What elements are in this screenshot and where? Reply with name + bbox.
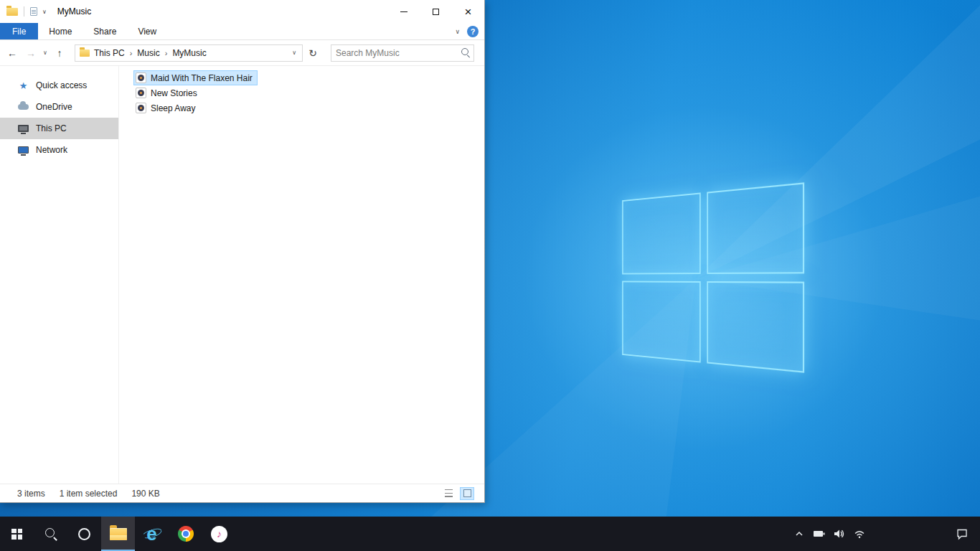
sidebar-item-label: Quick access	[36, 80, 87, 90]
close-button[interactable]: ×	[452, 0, 484, 23]
details-view-icon	[445, 489, 453, 497]
taskbar-search-button[interactable]	[34, 517, 67, 551]
show-hidden-icons-button[interactable]	[789, 517, 809, 551]
taskbar-chrome-button[interactable]	[169, 517, 202, 551]
internet-explorer-icon: e	[142, 524, 162, 544]
windows-logo-pane	[622, 281, 700, 363]
file-explorer-window: ∨ MyMusic × File Home Share View ∨ ?	[0, 0, 485, 503]
sidebar-item-label: Network	[36, 145, 67, 155]
explorer-content: ★ Quick access OneDrive This PC	[0, 66, 484, 484]
chevron-up-icon	[794, 529, 804, 538]
title-bar[interactable]: ∨ MyMusic ×	[0, 0, 484, 23]
maximize-button[interactable]	[420, 0, 452, 23]
tab-home[interactable]: Home	[38, 23, 83, 39]
battery-status-button[interactable]	[809, 517, 829, 551]
qat-properties-icon[interactable]	[30, 7, 37, 16]
breadcrumb-mymusic[interactable]: MyMusic	[168, 47, 210, 60]
window-title: MyMusic	[57, 6, 91, 17]
cortana-icon	[78, 528, 90, 540]
windows-logo	[622, 182, 804, 372]
speaker-icon	[834, 529, 845, 539]
tab-share[interactable]: Share	[83, 23, 127, 39]
action-center-button[interactable]	[947, 517, 977, 551]
details-view-button[interactable]	[441, 487, 456, 500]
status-bar: 3 items 1 item selected 190 KB	[0, 484, 484, 502]
desktop: ∨ MyMusic × File Home Share View ∨ ?	[0, 0, 980, 551]
sidebar-item-onedrive[interactable]: OneDrive	[0, 96, 118, 118]
recent-locations-chevron-icon[interactable]: ∨	[40, 50, 50, 56]
ribbon-tab-bar: File Home Share View ∨ ?	[0, 23, 484, 40]
cortana-button[interactable]	[67, 517, 101, 551]
tray-spacer	[870, 517, 947, 551]
windows-logo-pane	[707, 281, 804, 373]
status-item-count: 3 items	[17, 489, 45, 499]
navigation-bar: ← → ∨ ↑ This PC › Music › MyMusic ∨ ↻	[0, 40, 484, 66]
search-icon[interactable]	[458, 45, 473, 61]
network-status-button[interactable]	[849, 517, 870, 551]
file-name: Sleep Away	[151, 103, 196, 113]
action-center-icon	[956, 528, 969, 540]
breadcrumb-this-pc[interactable]: This PC	[90, 47, 129, 60]
navigation-pane: ★ Quick access OneDrive This PC	[0, 66, 119, 484]
search-icon	[44, 527, 58, 541]
large-icons-view-icon	[463, 489, 471, 497]
music-file-icon	[136, 103, 146, 113]
file-explorer-icon	[110, 528, 127, 540]
taskbar-internet-explorer-button[interactable]: e	[135, 517, 169, 551]
battery-icon	[813, 529, 826, 538]
file-name: Maid With The Flaxen Hair	[151, 73, 253, 83]
qat-divider	[24, 6, 24, 17]
back-button[interactable]: ←	[3, 44, 22, 62]
taskbar-itunes-button[interactable]: ♪	[202, 517, 236, 551]
refresh-button[interactable]: ↻	[304, 44, 321, 62]
windows-start-icon	[11, 529, 22, 540]
search-input[interactable]	[331, 48, 458, 58]
search-box	[331, 44, 474, 62]
minimize-button[interactable]	[387, 0, 420, 23]
sidebar-item-network[interactable]: Network	[0, 139, 118, 161]
file-item-maid-with-the-flaxen-hair[interactable]: Maid With The Flaxen Hair	[133, 70, 258, 85]
file-item-new-stories[interactable]: New Stories	[133, 85, 202, 100]
windows-logo-pane	[707, 182, 804, 274]
cloud-icon	[17, 104, 29, 110]
address-folder-icon	[80, 50, 90, 57]
taskbar-file-explorer-button[interactable]	[101, 517, 135, 551]
up-button[interactable]: ↑	[50, 44, 69, 62]
breadcrumb-music[interactable]: Music	[133, 47, 164, 60]
sidebar-item-this-pc[interactable]: This PC	[0, 118, 118, 139]
star-icon: ★	[17, 81, 29, 90]
minimize-icon	[400, 11, 407, 12]
monitor-icon	[17, 125, 29, 132]
status-selection: 1 item selected	[60, 489, 118, 499]
close-icon: ×	[465, 6, 472, 18]
volume-button[interactable]	[829, 517, 849, 551]
status-size: 190 KB	[131, 489, 159, 499]
help-icon[interactable]: ?	[467, 26, 479, 37]
start-button[interactable]	[0, 517, 34, 551]
chrome-icon	[178, 526, 194, 542]
expand-ribbon-chevron-icon[interactable]: ∨	[455, 28, 460, 35]
maximize-icon	[433, 9, 439, 15]
window-controls: ×	[387, 0, 484, 23]
forward-button[interactable]: →	[22, 44, 40, 62]
system-tray	[789, 517, 980, 551]
file-list[interactable]: Maid With The Flaxen Hair New Stories Sl…	[119, 66, 484, 484]
tab-file[interactable]: File	[0, 23, 38, 39]
sidebar-item-label: This PC	[36, 123, 67, 133]
sidebar-item-quick-access[interactable]: ★ Quick access	[0, 75, 118, 96]
network-icon	[17, 146, 29, 154]
qat-customize-chevron-icon[interactable]: ∨	[42, 9, 47, 15]
address-dropdown-chevron-icon[interactable]: ∨	[288, 50, 301, 56]
tab-view[interactable]: View	[127, 23, 167, 39]
large-icons-view-button[interactable]	[460, 487, 474, 500]
windows-logo-pane	[622, 192, 700, 274]
file-item-sleep-away[interactable]: Sleep Away	[133, 100, 201, 116]
address-bar[interactable]: This PC › Music › MyMusic ∨	[75, 44, 303, 62]
explorer-window-icon[interactable]	[6, 8, 18, 16]
file-name: New Stories	[151, 88, 197, 98]
music-file-icon	[136, 88, 146, 98]
sidebar-item-label: OneDrive	[36, 102, 72, 112]
view-toggles	[441, 487, 474, 500]
itunes-icon: ♪	[211, 526, 227, 542]
music-file-icon	[136, 72, 146, 83]
